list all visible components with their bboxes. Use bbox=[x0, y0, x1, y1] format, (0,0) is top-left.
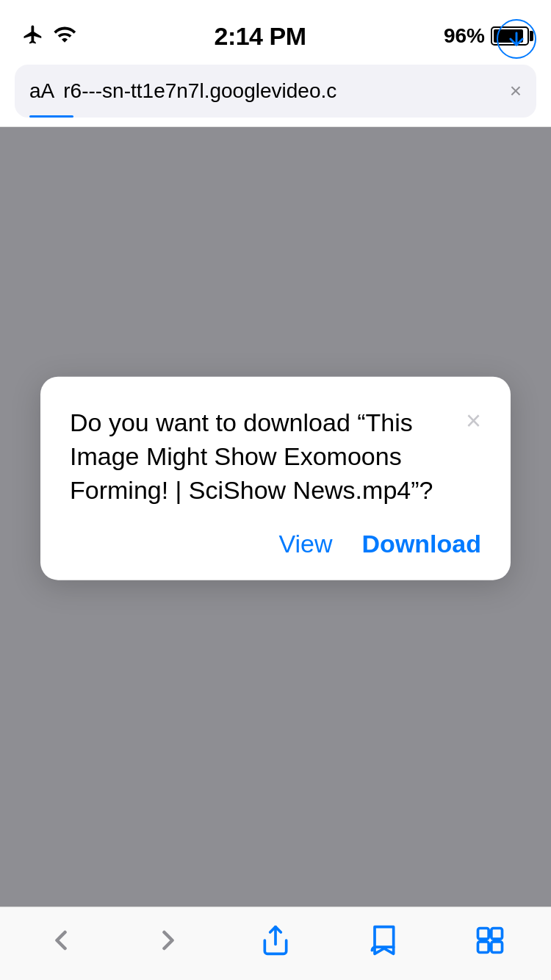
dialog-actions: View Download bbox=[70, 529, 481, 558]
dialog-message: Do you want to download “This Image Migh… bbox=[70, 406, 466, 508]
dialog-close-button[interactable]: × bbox=[466, 408, 481, 434]
forward-button[interactable] bbox=[139, 915, 198, 966]
active-tab-indicator bbox=[29, 115, 73, 118]
address-bar-container: aA r6---sn-tt1e7n7l.googlevideo.c × bbox=[0, 65, 551, 127]
wifi-icon bbox=[53, 23, 76, 49]
close-tab-button[interactable]: × bbox=[510, 79, 522, 103]
status-bar: 2:14 PM 96% bbox=[0, 0, 551, 65]
main-content: Do you want to download “This Image Migh… bbox=[0, 127, 551, 907]
tabs-button[interactable] bbox=[461, 915, 519, 966]
download-button[interactable]: Download bbox=[362, 529, 481, 558]
svg-rect-2 bbox=[491, 928, 503, 939]
url-field[interactable]: r6---sn-tt1e7n7l.googlevideo.c bbox=[63, 79, 500, 103]
tab-bar bbox=[0, 907, 551, 980]
address-bar[interactable]: aA r6---sn-tt1e7n7l.googlevideo.c × bbox=[15, 65, 536, 118]
battery-percent: 96% bbox=[444, 24, 485, 48]
view-button[interactable]: View bbox=[278, 529, 332, 558]
download-circle-button[interactable] bbox=[497, 19, 536, 59]
status-left bbox=[22, 23, 76, 49]
svg-rect-1 bbox=[478, 928, 489, 939]
airplane-icon bbox=[22, 24, 44, 48]
dialog-header: Do you want to download “This Image Migh… bbox=[70, 406, 481, 508]
download-dialog: Do you want to download “This Image Migh… bbox=[40, 377, 511, 580]
share-button[interactable] bbox=[246, 915, 305, 966]
svg-rect-4 bbox=[491, 941, 503, 952]
back-button[interactable] bbox=[32, 915, 90, 966]
status-time: 2:14 PM bbox=[214, 22, 306, 51]
aa-button[interactable]: aA bbox=[29, 79, 54, 103]
bookmarks-button[interactable] bbox=[353, 915, 412, 966]
svg-rect-3 bbox=[478, 941, 489, 952]
